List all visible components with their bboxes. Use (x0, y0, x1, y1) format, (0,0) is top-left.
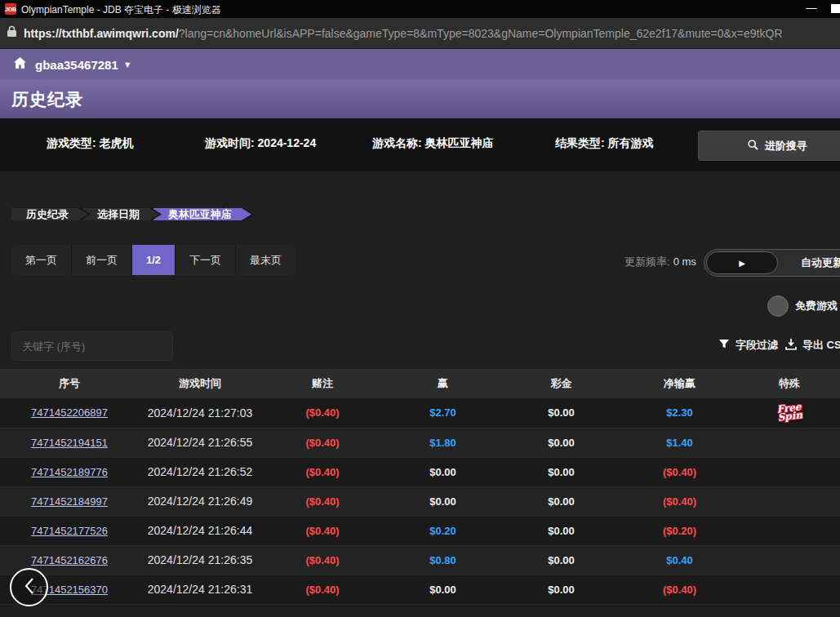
current-page-indicator[interactable]: 1/2 (132, 245, 176, 275)
filter-funnel-icon (718, 339, 730, 352)
lock-icon (7, 25, 17, 41)
free-game-icon (767, 295, 789, 317)
bet-cell: ($0.40) (261, 486, 384, 516)
time-cell: 2024/12/24 21:26:55 (139, 428, 261, 457)
refresh-rate-value: 0 ms (673, 255, 696, 268)
advanced-search-label: 进阶搜寻 (765, 139, 807, 153)
serial-link[interactable]: 7471452189776 (31, 466, 108, 478)
win-cell: $1.80 (384, 428, 502, 457)
url-field[interactable]: https://txthbf.awimqwri.com/?lang=cn&hom… (24, 27, 783, 40)
breadcrumb-history[interactable]: 历史纪录 (11, 208, 88, 220)
table-row: 7471452206897 2024/12/24 21:27:03 ($0.40… (0, 398, 840, 428)
filter-result-type: 结果类型: 所有游戏 (555, 136, 654, 151)
win-cell: $0.00 (384, 486, 502, 516)
search-input[interactable] (11, 331, 173, 361)
chevron-down-icon[interactable]: ▼ (123, 60, 132, 69)
breadcrumb-select-date[interactable]: 选择日期 (82, 208, 159, 220)
time-cell: 2024/12/24 21:27:03 (139, 398, 261, 428)
net-cell: $0.40 (620, 545, 739, 575)
filter-summary-bar: 游戏类型: 老虎机 游戏时间: 2024-12-24 游戏名称: 奥林匹亚神庙 … (0, 118, 840, 171)
win-cell: $2.70 (384, 398, 502, 428)
special-cell (739, 575, 840, 604)
jackpot-cell: $0.00 (502, 486, 620, 516)
window-titlebar: JDB OlympianTemple - JDB 夺宝电子 - 极速浏览器 — (0, 0, 840, 18)
jackpot-cell: $0.00 (502, 457, 620, 486)
serial-cell: 7471452189776 (0, 457, 139, 486)
auto-update-toggle[interactable]: ▶ 自动更新 (704, 249, 840, 277)
maximize-button[interactable] (831, 4, 840, 13)
time-cell: 2024/12/24 21:26:49 (139, 486, 261, 516)
filter-game-type-value: 老虎机 (100, 136, 134, 149)
filter-result-type-value: 所有游戏 (608, 136, 654, 149)
free-spin-badge: Free Spin (776, 402, 803, 422)
net-cell: $2.30 (620, 398, 739, 428)
filter-game-time-value: 2024-12-24 (258, 136, 317, 149)
bet-cell: ($0.40) (261, 516, 384, 545)
browser-window: JDB OlympianTemple - JDB 夺宝电子 - 极速浏览器 — … (0, 0, 840, 617)
filter-game-time-label: 游戏时间: (205, 136, 255, 149)
free-game-label: 免费游戏 (795, 299, 838, 313)
filter-game-name: 游戏名称: 奥林匹亚神庙 (372, 136, 494, 151)
serial-link[interactable]: 7471452194151 (31, 437, 108, 449)
url-query: ?lang=cn&homeUrl&isAPP=false&gameType=8&… (179, 27, 783, 40)
url-domain: https://txthbf.awimqwri.com/ (24, 27, 179, 40)
filter-game-type: 游戏类型: 老虎机 (47, 136, 134, 151)
pagination: 第一页 前一页 1/2 下一页 最末页 (11, 245, 296, 275)
jackpot-cell: $0.00 (502, 428, 620, 457)
special-cell (739, 486, 840, 516)
refresh-rate-label: 更新频率: (624, 255, 670, 268)
next-page-button[interactable]: 下一页 (176, 245, 236, 275)
win-cell: $0.00 (384, 457, 502, 486)
auto-update-label: 自动更新 (778, 255, 840, 270)
filter-game-type-label: 游戏类型: (47, 136, 96, 149)
export-csv-button[interactable]: 导出 CSV (785, 338, 840, 353)
last-page-button[interactable]: 最末页 (236, 245, 296, 275)
net-cell: ($0.40) (620, 486, 739, 516)
export-csv-label: 导出 CSV (802, 338, 840, 353)
serial-link[interactable]: 7471452162676 (31, 554, 108, 566)
play-icon[interactable]: ▶ (706, 251, 778, 274)
filter-result-type-label: 结果类型: (555, 136, 605, 149)
win-cell: $0.20 (384, 516, 502, 545)
net-cell: ($0.20) (620, 516, 739, 545)
net-cell: ($0.40) (620, 575, 739, 604)
win-cell: $0.80 (384, 545, 502, 575)
serial-link[interactable]: 7471452184997 (31, 495, 108, 508)
serial-link[interactable]: 7471452206897 (31, 406, 108, 419)
special-cell (739, 545, 840, 575)
account-name[interactable]: gbaa35467281 (35, 58, 118, 72)
refresh-rate: 更新频率:0 ms (624, 255, 696, 269)
prev-page-button[interactable]: 前一页 (72, 245, 132, 275)
back-arrow-icon (22, 576, 37, 599)
jackpot-cell: $0.00 (502, 575, 620, 604)
bet-cell: ($0.40) (261, 457, 384, 486)
advanced-search-button[interactable]: 进阶搜寻 (698, 131, 840, 161)
breadcrumb-olympian-temple[interactable]: 奥林匹亚神庙 (153, 208, 251, 220)
serial-link[interactable]: 7471452177526 (31, 525, 108, 537)
special-cell (739, 428, 840, 457)
minimize-button[interactable]: — (803, 2, 820, 14)
time-cell: 2024/12/24 21:26:31 (139, 575, 261, 604)
net-cell: ($0.40) (620, 457, 739, 486)
col-header-net: 净输赢 (620, 369, 739, 398)
serial-cell: 7471452206897 (0, 398, 139, 428)
table-header-row: 序号 游戏时间 赌注 赢 彩金 净输赢 特殊 (0, 369, 840, 398)
page-title-bar: 历史纪录 (0, 80, 840, 118)
bet-cell: ($0.40) (261, 428, 384, 457)
bet-cell: ($0.40) (261, 575, 384, 604)
history-table: 序号 游戏时间 赌注 赢 彩金 净输赢 特殊 7471452206897 202… (0, 369, 840, 605)
table-row: 7471452156370 2024/12/24 21:26:31 ($0.40… (0, 575, 840, 604)
serial-cell: 7471452194151 (0, 428, 139, 457)
jackpot-cell: $0.00 (502, 545, 620, 575)
window-title: OlympianTemple - JDB 夺宝电子 - 极速浏览器 (21, 3, 221, 17)
back-button[interactable] (10, 568, 48, 606)
free-game-legend: 免费游戏 (767, 295, 838, 317)
col-header-jackpot: 彩金 (502, 369, 620, 398)
home-icon[interactable] (13, 56, 27, 73)
special-cell (739, 516, 840, 545)
field-filter-button[interactable]: 字段过滤 (718, 338, 778, 353)
bet-cell: ($0.40) (261, 398, 384, 428)
first-page-button[interactable]: 第一页 (11, 245, 72, 275)
filter-game-name-value: 奥林匹亚神庙 (425, 136, 494, 149)
special-cell: Free Spin (739, 398, 840, 428)
